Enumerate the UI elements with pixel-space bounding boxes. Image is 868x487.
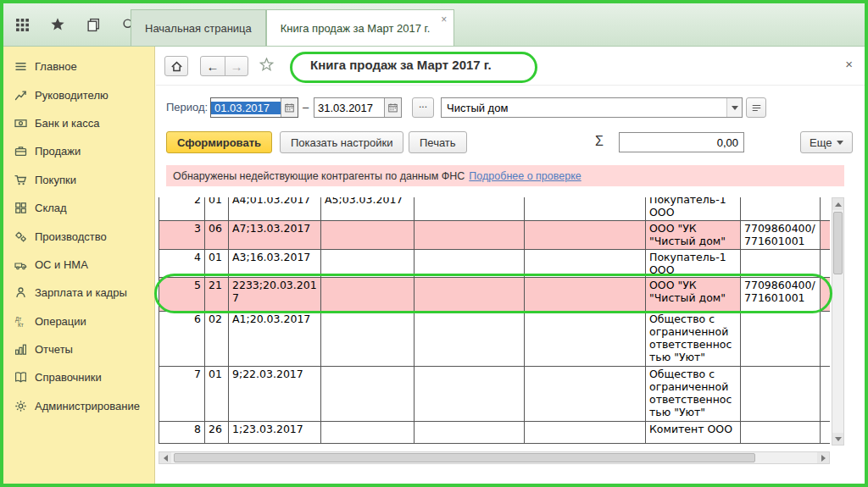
- briefcase-icon: [14, 145, 27, 158]
- cell-inn-kpp: [741, 367, 821, 422]
- pallet-icon: [14, 202, 27, 214]
- period-label: Период:: [166, 101, 208, 113]
- counterparty-combo[interactable]: Чистый дом: [441, 97, 743, 118]
- show-settings-button[interactable]: Показать настройки: [280, 131, 403, 153]
- cell-row-number: 5: [159, 278, 205, 312]
- close-form-icon[interactable]: ×: [845, 57, 853, 71]
- cell-buyer: Комитент ООО: [646, 422, 741, 444]
- sidebar-item-label: Продажи: [35, 145, 81, 158]
- cell-empty: [821, 312, 831, 367]
- apps-grid-icon[interactable]: [14, 16, 31, 33]
- close-tab-icon[interactable]: ×: [441, 14, 447, 25]
- cell-invoice: 9;22.03.2017: [229, 367, 321, 422]
- tab-label: Книга продаж за Март 2017 г.: [281, 22, 430, 35]
- cell-buyer: ООО "УК "Чистый дом": [646, 221, 741, 250]
- cell-buyer: Общество с ограниченной ответственностью…: [646, 367, 741, 422]
- sidebar-item-main[interactable]: Главное: [3, 53, 154, 80]
- cell-row-number: 7: [159, 367, 205, 422]
- scroll-right-icon[interactable]: [817, 452, 829, 463]
- sidebar-item-label: Зарплата и кадры: [35, 286, 127, 299]
- calendar-icon[interactable]: [281, 98, 298, 117]
- warning-banner: Обнаружены недействующие контрагенты по …: [166, 165, 844, 186]
- table-row-flagged[interactable]: 3 06 А7;13.03.2017 ООО "УК "Чистый дом" …: [159, 221, 831, 250]
- cell-row-number: 2: [159, 197, 205, 221]
- sidebar-item-manager[interactable]: Руководителю: [3, 80, 154, 108]
- table-row[interactable]: 2 01 А4;01.03.2017 А5;03.03.2017 Покупат…: [159, 197, 831, 221]
- dt-kt-icon: ДтКт: [14, 315, 27, 328]
- table-row[interactable]: 4 01 А3;16.03.2017 Покупатель-1 ООО: [159, 250, 831, 278]
- cell-empty: [415, 221, 525, 250]
- tab-sales-book[interactable]: Книга продаж за Март 2017 г. ×: [266, 9, 454, 46]
- menu-icon: [14, 60, 27, 73]
- period-to-field[interactable]: 31.03.2017: [314, 97, 402, 118]
- calendar-icon[interactable]: [384, 98, 401, 117]
- cell-empty: [821, 197, 831, 221]
- sidebar-item-purchases[interactable]: Покупки: [3, 166, 154, 194]
- actions-row: Сформировать Показать настройки Печать Σ…: [156, 128, 865, 158]
- sidebar-item-label: ОС и НМА: [35, 258, 88, 271]
- bar-chart-icon: [14, 343, 27, 356]
- table-row-flagged-selected[interactable]: 5 21 2233;20.03.2017 ООО "УК "Чистый дом…: [159, 278, 831, 312]
- sidebar-item-warehouse[interactable]: Склад: [3, 194, 154, 222]
- favorite-star-icon[interactable]: [259, 58, 274, 75]
- filter-row: Период: 01.03.2017 – 31.03.2017 ... Чист…: [156, 93, 865, 124]
- generate-button[interactable]: Сформировать: [166, 131, 272, 153]
- sidebar-item-administration[interactable]: Администрирование: [3, 392, 154, 420]
- cell-empty: [415, 422, 525, 444]
- cell-operation-code: 01: [205, 250, 229, 278]
- tab-home-page[interactable]: Начальная страница: [131, 9, 266, 46]
- cell-empty: [525, 312, 646, 367]
- sidebar-item-label: Администрирование: [35, 400, 140, 412]
- home-button[interactable]: [164, 56, 188, 76]
- cell-correction: [321, 422, 415, 444]
- cell-inn-kpp: 7709860400/771601001: [741, 221, 821, 250]
- vertical-scrollbar[interactable]: [832, 197, 844, 445]
- sum-field[interactable]: 0,00: [619, 132, 744, 152]
- scroll-down-icon[interactable]: [832, 433, 843, 445]
- scroll-up-icon[interactable]: [832, 198, 843, 210]
- table-row[interactable]: 6 02 А1;20.03.2017 Общество с ограниченн…: [159, 312, 831, 367]
- chevron-down-icon[interactable]: [726, 98, 742, 117]
- gear-icon: [14, 400, 27, 412]
- print-button[interactable]: Печать: [409, 131, 467, 153]
- sidebar-item-label: Отчеты: [35, 343, 73, 356]
- sidebar-item-operations[interactable]: ДтКт Операции: [3, 307, 154, 335]
- sidebar-item-label: Банк и касса: [35, 117, 100, 130]
- favorites-star-icon[interactable]: [49, 16, 66, 33]
- cell-invoice: А7;13.03.2017: [229, 221, 321, 250]
- sidebar-item-production[interactable]: Производство: [3, 222, 154, 250]
- sidebar-item-bank-cash[interactable]: Банк и касса: [3, 109, 154, 137]
- choose-from-list-button[interactable]: [746, 97, 766, 118]
- back-button[interactable]: ←: [200, 56, 225, 76]
- cell-operation-code: 01: [205, 367, 229, 422]
- cell-empty: [525, 221, 646, 250]
- scroll-left-icon[interactable]: [159, 452, 171, 463]
- horizontal-scroll-thumb[interactable]: [174, 453, 755, 462]
- sidebar-item-fixed-assets[interactable]: ОС и НМА: [3, 251, 154, 279]
- table-row[interactable]: 7 01 9;22.03.2017 Общество с ограниченно…: [159, 367, 831, 422]
- period-from-field[interactable]: 01.03.2017: [210, 97, 298, 118]
- period-options-button[interactable]: ...: [412, 97, 434, 118]
- cell-inn-kpp: [741, 422, 821, 444]
- list-icon: [751, 102, 762, 113]
- sidebar-item-sales[interactable]: Продажи: [3, 137, 154, 165]
- chevron-down-icon: [837, 141, 843, 148]
- cell-buyer: Покупатель-1 ООО: [646, 250, 741, 278]
- cell-row-number: 6: [159, 312, 205, 367]
- sidebar-item-payroll-hr[interactable]: Зарплата и кадры: [3, 279, 154, 307]
- sidebar-item-reports[interactable]: Отчеты: [3, 335, 154, 363]
- copy-icon[interactable]: [85, 16, 102, 33]
- table-row[interactable]: 8 26 1;23.03.2017 Комитент ООО: [159, 422, 831, 444]
- forward-button[interactable]: →: [225, 56, 248, 76]
- more-button[interactable]: Еще: [800, 131, 853, 153]
- cell-invoice: А4;01.03.2017: [229, 197, 321, 221]
- sidebar-item-label: Операции: [35, 315, 86, 328]
- sidebar-item-directories[interactable]: Справочники: [3, 363, 154, 391]
- warning-details-link[interactable]: Подробнее о проверке: [469, 170, 581, 182]
- cell-operation-code: 01: [205, 197, 229, 221]
- vertical-scroll-thumb[interactable]: [833, 212, 843, 274]
- cell-invoice: 2233;20.03.2017: [229, 278, 321, 312]
- horizontal-scrollbar[interactable]: [159, 451, 830, 464]
- warning-text: Обнаружены недействующие контрагенты по …: [173, 170, 465, 182]
- cell-empty: [525, 422, 646, 444]
